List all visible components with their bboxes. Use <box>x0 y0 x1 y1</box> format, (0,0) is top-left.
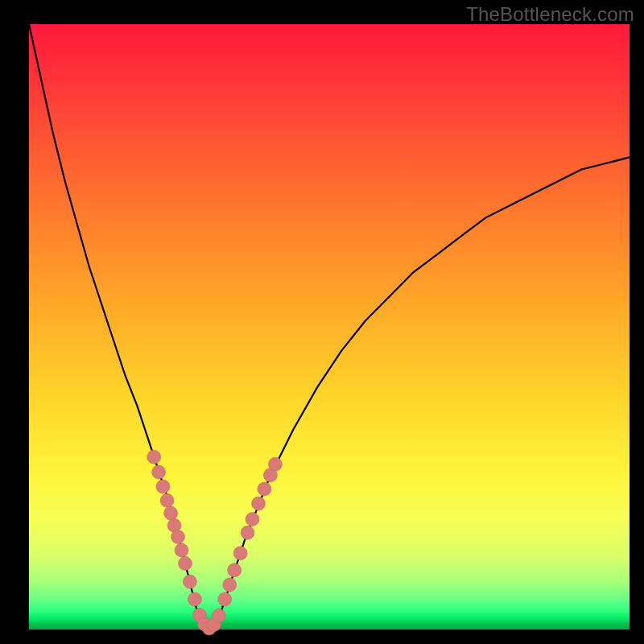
marker-dot <box>233 547 247 560</box>
marker-dot <box>228 564 242 577</box>
marker-dot <box>171 530 185 543</box>
marker-dot <box>246 513 259 526</box>
marker-dot <box>188 592 201 606</box>
outer-frame: TheBottleneck.com <box>0 0 644 644</box>
watermark: TheBottleneck.com <box>466 3 634 26</box>
marker-dot <box>241 526 254 539</box>
plot-area <box>29 24 630 630</box>
marker-dot <box>152 465 166 479</box>
marker-dot <box>223 578 237 592</box>
marker-dot <box>156 480 170 493</box>
marker-dot <box>268 457 282 471</box>
marker-dot <box>147 450 161 464</box>
curve-svg <box>29 24 630 630</box>
marker-dot <box>164 506 178 520</box>
marker-dot <box>252 497 266 510</box>
marker-dot <box>218 592 232 606</box>
marker-dot <box>160 493 174 507</box>
marker-dot <box>175 543 188 557</box>
marker-dot <box>212 609 225 622</box>
marker-dot <box>258 482 271 496</box>
highlight-markers <box>147 450 283 635</box>
marker-dot <box>179 557 192 571</box>
marker-dot <box>183 575 196 588</box>
bottleneck-curve <box>29 24 630 630</box>
